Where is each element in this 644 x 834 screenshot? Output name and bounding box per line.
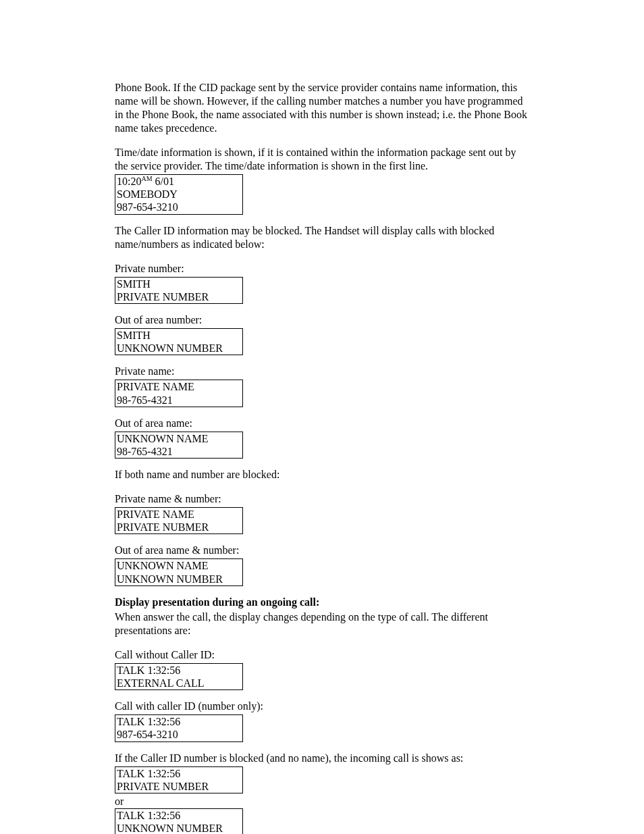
display-line: EXTERNAL CALL xyxy=(117,677,241,689)
display-box-time: 10:20AM 6/01 SOMEBODY 987-654-3210 xyxy=(115,174,243,215)
paragraph: If the Caller ID number is blocked (and … xyxy=(115,752,529,765)
display-box-no-cid: TALK 1:32:56 EXTERNAL CALL xyxy=(115,663,243,690)
display-line: UNKNOWN NUMBER xyxy=(117,573,241,585)
display-box-blocked-1: TALK 1:32:56 PRIVATE NUMBER xyxy=(115,766,243,793)
display-box-private-number: SMITH PRIVATE NUMBER xyxy=(115,277,243,304)
label-private-name: Private name: xyxy=(115,365,529,378)
display-line: TALK 1:32:56 xyxy=(117,767,241,780)
display-line: TALK 1:32:56 xyxy=(117,664,241,677)
display-line: UNKNOWN NUMBER xyxy=(117,822,241,834)
display-line: 98-765-4321 xyxy=(117,394,241,407)
display-box-blocked-2: TALK 1:32:56 UNKNOWN NUMBER xyxy=(115,808,243,834)
time-ampm: AM xyxy=(141,175,152,182)
display-line: 98-765-4321 xyxy=(117,445,241,458)
label-private-name-number: Private name & number: xyxy=(115,492,529,506)
document-page: Phone Book. If the CID package sent by t… xyxy=(0,0,644,834)
label-ooa-name: Out of area name: xyxy=(115,417,529,430)
label-ooa-number: Out of area number: xyxy=(115,313,529,327)
display-box-private-name-number: PRIVATE NAME PRIVATE NUBMER xyxy=(115,507,243,534)
display-line: PRIVATE NAME xyxy=(117,380,241,393)
label-private-number: Private number: xyxy=(115,262,529,276)
display-line: UNKNOWN NAME xyxy=(117,559,241,572)
heading-text: Display presentation during an ongoing c… xyxy=(115,596,319,608)
display-line: 987-654-3210 xyxy=(117,201,241,213)
display-line: SMITH xyxy=(117,329,241,342)
display-box-cid-number: TALK 1:32:56 987-654-3210 xyxy=(115,714,243,741)
time-date: 6/01 xyxy=(153,176,174,187)
display-line: 10:20AM 6/01 xyxy=(117,175,241,188)
display-line: PRIVATE NAME xyxy=(117,508,241,521)
section-heading: Display presentation during an ongoing c… xyxy=(115,596,529,609)
display-box-ooa-name-number: UNKNOWN NAME UNKNOWN NUMBER xyxy=(115,558,243,585)
paragraph: When answer the call, the display change… xyxy=(115,610,529,637)
display-line: UNKNOWN NUMBER xyxy=(117,342,241,355)
display-line: 987-654-3210 xyxy=(117,728,241,741)
paragraph: Time/date information is shown, if it is… xyxy=(115,146,529,173)
display-line: PRIVATE NUBMER xyxy=(117,521,241,533)
display-line: SOMEBODY xyxy=(117,188,241,201)
display-line: SMITH xyxy=(117,278,241,290)
paragraph: Phone Book. If the CID package sent by t… xyxy=(115,81,529,135)
display-line: PRIVATE NUMBER xyxy=(117,780,241,793)
paragraph: If both name and number are blocked: xyxy=(115,468,529,481)
or-separator: or xyxy=(115,795,529,808)
display-box-private-name: PRIVATE NAME 98-765-4321 xyxy=(115,380,243,407)
display-line: UNKNOWN NAME xyxy=(117,432,241,445)
time-prefix: 10:20 xyxy=(117,176,141,187)
display-box-ooa-name: UNKNOWN NAME 98-765-4321 xyxy=(115,432,243,459)
display-line: TALK 1:32:56 xyxy=(117,715,241,728)
display-line: PRIVATE NUMBER xyxy=(117,290,241,303)
display-box-ooa-number: SMITH UNKNOWN NUMBER xyxy=(115,328,243,355)
label-ooa-name-number: Out of area name & number: xyxy=(115,544,529,557)
label-call-cid-number: Call with caller ID (number only): xyxy=(115,700,529,713)
label-call-no-cid: Call without Caller ID: xyxy=(115,648,529,662)
display-line: TALK 1:32:56 xyxy=(117,809,241,822)
paragraph: The Caller ID information may be blocked… xyxy=(115,224,529,251)
